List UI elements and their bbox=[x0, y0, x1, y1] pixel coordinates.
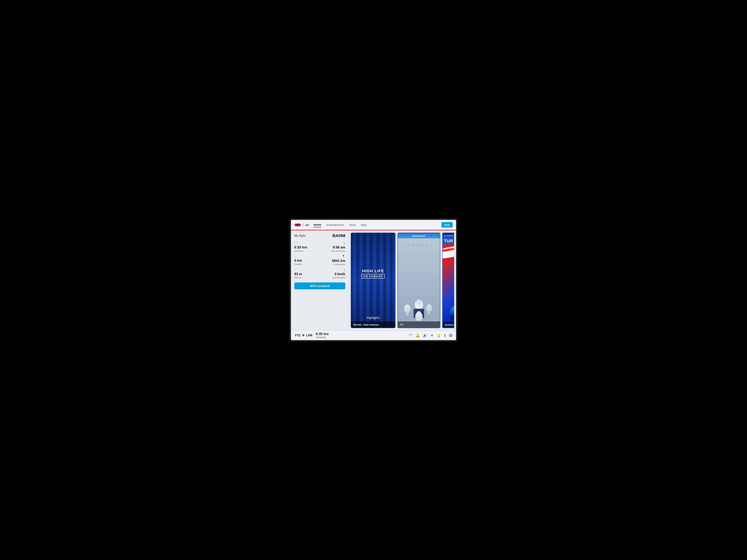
origin-code: YYZ bbox=[295, 334, 301, 337]
brightness-icon[interactable]: ☀ bbox=[431, 334, 434, 338]
stat-time-value: 6:35 hrs bbox=[294, 245, 307, 249]
dreamworks-logo: DreamWorks bbox=[444, 235, 454, 237]
svg-rect-10 bbox=[428, 311, 430, 314]
stat-altitude: ↑ 93 m altitude bbox=[294, 268, 319, 279]
light-icon[interactable]: 💡 bbox=[437, 334, 441, 338]
stat-km-travelled: ↑ 0 km travelled bbox=[294, 255, 319, 265]
dot-air-label: .air bbox=[303, 223, 309, 226]
paramount-header: Paramount+ bbox=[398, 233, 440, 238]
my-flight-label: My flight bbox=[294, 234, 306, 237]
nav-shop[interactable]: Shop bbox=[349, 222, 356, 227]
highlights-footer-text: Movies - New releases bbox=[353, 323, 379, 326]
stat-km-destination: 📍 5841 km to destination bbox=[321, 255, 345, 265]
frasier-card[interactable]: Paramount+ FRASIER bbox=[397, 233, 440, 328]
stat-alt-value: 93 m bbox=[294, 272, 302, 276]
stat-speed-label: ground speed bbox=[333, 276, 345, 279]
busts-area bbox=[400, 247, 438, 321]
on-demand-label: ON DEMAND bbox=[362, 274, 385, 278]
stat-time-remaining: 🕐 6:35 hrs remaining bbox=[294, 241, 319, 252]
left-panel: My flight BA098 🕐 6:35 hrs remaining ↘ 9… bbox=[291, 230, 349, 330]
frasier-illustration bbox=[400, 295, 438, 321]
spiral-shape bbox=[449, 304, 454, 321]
frasier-footer: TV bbox=[398, 321, 440, 328]
stat-arrival-value: 9:58 am bbox=[333, 245, 345, 249]
info-icon[interactable]: ℹ bbox=[444, 334, 445, 338]
svg-point-13 bbox=[416, 311, 421, 317]
highlights-text-area: HIGH LIFE ON DEMAND bbox=[351, 233, 395, 314]
wifi-button[interactable]: Wi-Fi on-board bbox=[294, 283, 345, 289]
highlights-footer: Movies - New releases bbox=[351, 321, 395, 328]
flight-time-info: 6:35 hrs remaining bbox=[316, 332, 329, 339]
status-bar: YYZ ✈ LHR 6:35 hrs remaining 🛡 🔔 🔊 ☀ 💡 ℹ… bbox=[291, 330, 456, 340]
screen: .air Home Entertainment Shop Map Esp My … bbox=[289, 218, 458, 342]
stat-time-label: remaining bbox=[294, 250, 303, 252]
frasier-title: FRASIER bbox=[406, 241, 432, 247]
stat-arrival: ↘ 9:58 am est. arrival time bbox=[321, 241, 345, 252]
status-icons: 🛡 🔔 🔊 ☀ 💡 ℹ ⏻ bbox=[409, 334, 452, 338]
dreamworks-card[interactable]: DreamWorks TUR Skyflyers - Mo... bbox=[442, 233, 454, 328]
dreamworks-image bbox=[443, 244, 454, 321]
speed-icon: » bbox=[344, 268, 345, 271]
high-life-title: HIGH LIFE bbox=[362, 269, 384, 273]
stat-km-value: 0 km bbox=[294, 259, 302, 263]
paramount-logo: Paramount+ bbox=[412, 234, 426, 237]
stat-ground-speed: » 0 km/h ground speed bbox=[321, 268, 345, 279]
highlights-label: Highlights bbox=[351, 314, 395, 321]
stat-dest-label: to destination bbox=[333, 263, 345, 265]
shield-icon[interactable]: 🛡 bbox=[409, 334, 412, 337]
bell-icon[interactable]: 🔔 bbox=[415, 334, 420, 338]
dreamworks-footer: Skyflyers - Mo... bbox=[443, 321, 454, 328]
nav-home[interactable]: Home bbox=[313, 222, 321, 228]
car-shape bbox=[443, 245, 454, 259]
power-icon[interactable]: ⏻ bbox=[449, 334, 452, 337]
svg-rect-4 bbox=[406, 312, 409, 316]
stat-speed-value: 0 km/h bbox=[335, 272, 345, 276]
nav-bar: .air Home Entertainment Shop Map Esp bbox=[291, 220, 456, 230]
ba-logo-icon bbox=[294, 223, 302, 227]
stat-dest-value: 5841 km bbox=[332, 259, 345, 263]
flight-header: My flight BA098 bbox=[294, 233, 345, 238]
time-remaining-value: 6:35 hrs bbox=[316, 332, 329, 336]
nav-links: Home Entertainment Shop Map bbox=[313, 222, 442, 228]
dreamworks-footer-text: Skyflyers - Mo... bbox=[445, 324, 454, 326]
flight-number: BA098 bbox=[333, 233, 345, 238]
svg-point-11 bbox=[428, 304, 431, 308]
stat-alt-label: altitude bbox=[294, 276, 301, 279]
highlights-card-inner: HIGH LIFE ON DEMAND Highlights Movies - … bbox=[351, 233, 395, 328]
pin-icon: 📍 bbox=[341, 255, 345, 258]
route-info: YYZ ✈ LHR bbox=[295, 334, 312, 338]
nav-entertainment[interactable]: Entertainment bbox=[327, 222, 344, 227]
flight-stats: 🕐 6:35 hrs remaining ↘ 9:58 am est. arri… bbox=[294, 241, 345, 279]
volume-icon[interactable]: 🔊 bbox=[423, 334, 427, 338]
destination-code: LHR bbox=[306, 334, 312, 337]
frasier-footer-text: TV bbox=[400, 323, 403, 326]
dreamworks-title: TUR bbox=[443, 238, 454, 244]
content-cards-panel: HIGH LIFE ON DEMAND Highlights Movies - … bbox=[349, 230, 456, 330]
plane-icon: ✈ bbox=[302, 334, 305, 338]
logo-area: .air bbox=[294, 223, 309, 227]
cards-row: HIGH LIFE ON DEMAND Highlights Movies - … bbox=[351, 233, 454, 328]
frasier-image-area: FRASIER bbox=[398, 238, 440, 321]
main-content: My flight BA098 🕐 6:35 hrs remaining ↘ 9… bbox=[291, 230, 456, 330]
clock-icon: 🕐 bbox=[294, 241, 298, 245]
language-button[interactable]: Esp bbox=[441, 222, 453, 228]
time-remaining-label: remaining bbox=[316, 336, 329, 339]
dreamworks-header: DreamWorks bbox=[443, 233, 454, 238]
stat-arrival-label: est. arrival time bbox=[331, 250, 345, 252]
nav-map[interactable]: Map bbox=[361, 222, 366, 227]
svg-point-8 bbox=[416, 299, 421, 305]
svg-point-5 bbox=[406, 304, 409, 309]
altitude-icon: ↑ bbox=[294, 268, 296, 271]
stat-km-label: travelled bbox=[294, 263, 302, 265]
plus-sign: + bbox=[425, 234, 426, 236]
arrow-down-right-icon: ↘ bbox=[343, 241, 345, 245]
highlights-card[interactable]: HIGH LIFE ON DEMAND Highlights Movies - … bbox=[351, 233, 395, 328]
up-arrow-icon: ↑ bbox=[294, 255, 296, 258]
